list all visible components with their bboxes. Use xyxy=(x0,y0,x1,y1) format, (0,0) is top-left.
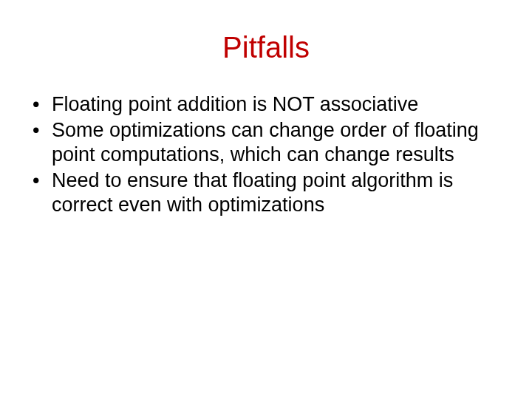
slide-body: Floating point addition is NOT associati… xyxy=(30,92,502,217)
bullet-item: Need to ensure that floating point algor… xyxy=(30,168,502,217)
bullet-list: Floating point addition is NOT associati… xyxy=(30,92,502,217)
bullet-item: Floating point addition is NOT associati… xyxy=(30,92,502,117)
bullet-item: Some optimizations can change order of f… xyxy=(30,118,502,167)
slide: Pitfalls Floating point addition is NOT … xyxy=(0,31,532,399)
slide-title: Pitfalls xyxy=(0,31,532,64)
